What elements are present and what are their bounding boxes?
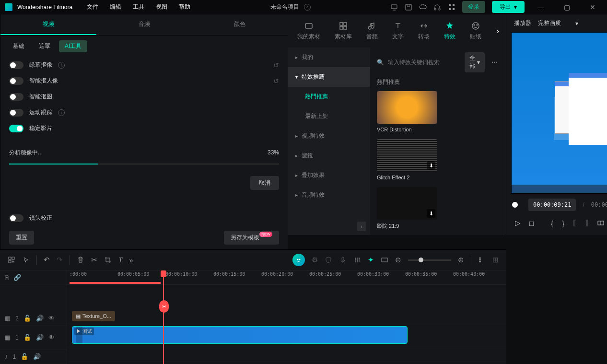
cloud-icon[interactable]: [419, 3, 427, 11]
search-box[interactable]: 🔍: [377, 59, 460, 66]
delete-button[interactable]: [77, 256, 84, 264]
zoom-out-button[interactable]: ⊖: [395, 256, 401, 264]
more-tabs-button[interactable]: ›: [493, 27, 503, 35]
toggle-stabilize[interactable]: [9, 125, 23, 132]
track-video[interactable]: ▶ 测试: [67, 323, 506, 347]
more-tools-button[interactable]: »: [129, 256, 133, 264]
tab-my-media[interactable]: 我的素材: [291, 18, 327, 44]
track-fx[interactable]: ▦Texture_O...: [67, 309, 506, 323]
preview-viewport[interactable]: [511, 32, 607, 194]
tab-stickers[interactable]: 贴纸: [463, 18, 488, 44]
close-button[interactable]: ✕: [583, 3, 602, 11]
effect-thumb[interactable]: VCR Distortion: [377, 91, 437, 132]
add-track-icon[interactable]: [8, 256, 15, 264]
reset-icon[interactable]: ↺: [273, 61, 279, 69]
sidebar-item-recommended[interactable]: ▾特效推薦: [288, 67, 370, 87]
apps-icon[interactable]: [448, 3, 455, 11]
headphones-icon[interactable]: [433, 3, 441, 11]
lock-icon[interactable]: 🔓: [23, 334, 31, 341]
playhead[interactable]: [163, 270, 164, 364]
minimize-button[interactable]: —: [531, 3, 550, 11]
zoom-in-button[interactable]: ⊕: [458, 256, 464, 264]
more-options-button[interactable]: ⋯: [490, 57, 499, 68]
sidebar-item-newest[interactable]: 最新上架: [288, 106, 370, 126]
sidebar-collapse-button[interactable]: ‹: [357, 222, 366, 231]
track-header-audio[interactable]: ♪1 🔓 🔊: [0, 350, 67, 364]
shield-icon[interactable]: [325, 256, 332, 264]
device-icon[interactable]: [390, 3, 398, 11]
export-button[interactable]: 导出▾: [492, 1, 525, 13]
project-title[interactable]: 未命名项目: [270, 3, 299, 11]
menu-view[interactable]: 视图: [156, 3, 167, 11]
lock-icon[interactable]: 🔓: [23, 315, 31, 322]
text-button[interactable]: T: [118, 256, 122, 264]
compare-icon[interactable]: [597, 219, 605, 227]
extra-icon[interactable]: ⊞: [492, 256, 499, 264]
fx-clip[interactable]: ▦Texture_O...: [72, 311, 115, 321]
menu-edit[interactable]: 编辑: [110, 3, 121, 11]
link-icon[interactable]: 🔗: [13, 274, 21, 281]
cut-button[interactable]: ✂: [91, 256, 97, 264]
marker-icon[interactable]: ✦: [368, 256, 374, 264]
download-icon[interactable]: ⬇: [427, 161, 435, 170]
scissors-marker[interactable]: ✂: [159, 300, 169, 313]
mark-out-icon[interactable]: ⟧: [585, 219, 588, 227]
ratio-icon[interactable]: [381, 256, 388, 264]
menu-help[interactable]: 帮助: [179, 3, 190, 11]
track-header-fx[interactable]: ▦2 🔓 🔊 👁: [0, 311, 67, 326]
mute-icon[interactable]: 🔊: [36, 315, 44, 322]
sidebar-item-mine[interactable]: ▸我的: [288, 47, 370, 67]
visible-icon[interactable]: 👁: [48, 334, 55, 341]
stop-button[interactable]: □: [529, 219, 534, 227]
undo-button[interactable]: ↶: [44, 256, 50, 264]
quality-dropdown[interactable]: 完整画质▾: [538, 19, 578, 27]
play-button[interactable]: ▷: [515, 219, 521, 227]
track-header-video[interactable]: ▦1 🔓 🔊 👁: [0, 326, 67, 350]
subtab-mask[interactable]: 遮罩: [33, 40, 56, 52]
tab-stock[interactable]: 素材库: [328, 18, 359, 44]
toggle-chroma-key[interactable]: [9, 61, 23, 69]
info-icon[interactable]: i: [58, 62, 65, 69]
crop-button[interactable]: [104, 256, 112, 264]
info-icon[interactable]: i: [58, 109, 65, 116]
menu-tools[interactable]: 工具: [133, 3, 144, 11]
video-clip[interactable]: ▶ 测试: [72, 326, 408, 344]
mute-icon[interactable]: 🔊: [33, 353, 41, 360]
sidebar-item-filters[interactable]: ▸濾鏡: [288, 146, 370, 165]
toggle-lens-correction[interactable]: [9, 214, 23, 222]
sidebar-item-video-fx[interactable]: ▸視頻特效: [288, 126, 370, 146]
mark-in-icon[interactable]: ⟦: [573, 219, 576, 227]
search-input[interactable]: [388, 59, 460, 66]
lock-icon[interactable]: 🔓: [21, 353, 28, 360]
zoom-slider[interactable]: [408, 259, 451, 261]
toggle-motion-tracking[interactable]: [9, 109, 23, 117]
tab-text[interactable]: 文字: [385, 18, 410, 44]
brace-close-icon[interactable]: }: [562, 219, 564, 227]
reset-button[interactable]: 重置: [9, 231, 34, 245]
sidebar-item-overlay[interactable]: ▸疊加效果: [288, 165, 370, 185]
sidebar-item-audio-fx[interactable]: ▸音頻特效: [288, 185, 370, 205]
subtab-basic[interactable]: 基础: [7, 40, 30, 52]
mixer-icon[interactable]: [353, 256, 361, 264]
save-icon[interactable]: [405, 3, 412, 11]
tab-color[interactable]: 颜色: [192, 14, 288, 35]
ai-button[interactable]: [292, 254, 305, 266]
filter-dropdown[interactable]: 全部▾: [465, 52, 485, 72]
track-audio[interactable]: [67, 347, 506, 362]
brace-open-icon[interactable]: {: [551, 219, 553, 227]
maximize-button[interactable]: ▢: [557, 3, 576, 11]
redo-button[interactable]: ↷: [57, 256, 63, 264]
subtab-ai-tools[interactable]: AI工具: [59, 40, 87, 52]
menu-file[interactable]: 文件: [87, 3, 98, 11]
tab-audio[interactable]: 音频: [360, 18, 385, 44]
copy-icon[interactable]: ⎘: [5, 274, 9, 281]
reset-icon[interactable]: ↺: [273, 77, 279, 85]
template-button[interactable]: 另存为模板NEW: [224, 231, 279, 245]
download-icon[interactable]: ⬇: [427, 209, 435, 218]
cancel-button[interactable]: 取消: [250, 176, 279, 190]
effect-thumb[interactable]: ⬇Glitch Effect 2: [377, 139, 437, 180]
cursor-icon[interactable]: [22, 256, 30, 264]
visible-icon[interactable]: 👁: [48, 315, 55, 322]
tab-effects[interactable]: 特效: [437, 18, 462, 44]
tab-video[interactable]: 视频: [0, 14, 96, 35]
